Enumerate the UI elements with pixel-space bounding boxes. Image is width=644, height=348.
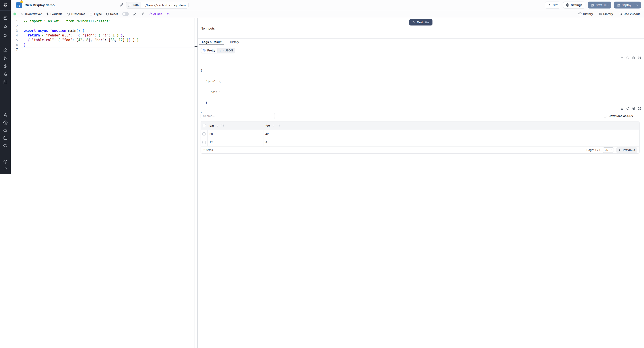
- sidebar-divider: [0, 10, 11, 10]
- path-edit-button[interactable]: Path: [126, 2, 141, 8]
- path-value: u/henri/rich_display_demo: [141, 2, 188, 8]
- column-header-bar[interactable]: bar: [210, 124, 214, 127]
- editor-toolbar: +Context Var +Variable +Resource +Type R…: [11, 10, 322, 18]
- table-header: bar foo: [201, 122, 322, 130]
- line-number: 1: [11, 19, 18, 24]
- resize-handle[interactable]: [194, 46, 198, 47]
- left-sidebar: [0, 0, 11, 174]
- sidebar-item-workers[interactable]: [3, 128, 8, 132]
- top-header: TS 👶 Rich Display demo Path u/henri/rich…: [11, 0, 322, 10]
- search-input[interactable]: [200, 113, 275, 119]
- code-line-6: }: [24, 42, 194, 47]
- json-view-button[interactable]: { } JSON: [217, 48, 235, 53]
- sidebar-item-favorites[interactable]: [3, 24, 8, 29]
- sort-icon[interactable]: [272, 124, 274, 127]
- line-number-active: 7: [11, 47, 18, 52]
- sidebar-item-expand[interactable]: [3, 166, 8, 171]
- page-title: Rich Display demo: [24, 3, 54, 7]
- pencil-icon: [128, 4, 131, 7]
- sidebar-item-folders[interactable]: [3, 136, 8, 140]
- line-number: 6: [11, 42, 18, 47]
- tab-history[interactable]: History: [228, 39, 240, 45]
- line-number: 3: [11, 28, 18, 33]
- column-header-foo[interactable]: foo: [266, 124, 270, 127]
- run-result-panel: Test ⌘↵ No inputs Logs & Result History …: [198, 18, 322, 174]
- no-inputs-label: No inputs: [200, 26, 215, 30]
- json-line: "json": {: [200, 80, 221, 83]
- sidebar-item-users[interactable]: [3, 113, 8, 117]
- package-icon: [90, 12, 92, 16]
- path-label: Path: [132, 4, 139, 7]
- edit-title-icon[interactable]: [120, 3, 123, 7]
- sidebar-item-variables[interactable]: [3, 64, 8, 68]
- users-icon: [133, 12, 137, 16]
- result-tabs: Logs & Result History: [198, 39, 322, 45]
- toggle-knob: [122, 12, 126, 16]
- sidebar-item-settings[interactable]: [3, 120, 8, 125]
- table-footer: 2 items Page: 1 / 1 25 Previous: [201, 146, 322, 154]
- cell-bar: 12: [210, 141, 213, 144]
- package-icon: [67, 12, 70, 16]
- add-context-var-button[interactable]: +Context Var: [20, 12, 42, 16]
- format-button[interactable]: [141, 12, 144, 16]
- json-line: "a": 1: [200, 90, 221, 94]
- ai-gen-button[interactable]: AI Gen: [149, 12, 162, 16]
- cell-foo: 42: [266, 132, 268, 136]
- items-count: 2 items: [204, 148, 213, 152]
- dollar-icon: [46, 12, 49, 16]
- cell-bar: 38: [210, 132, 213, 136]
- multiplayer-button[interactable]: [133, 12, 137, 16]
- json-line: }: [200, 101, 221, 105]
- table-row[interactable]: 12 8: [201, 138, 322, 146]
- pane-divider: [194, 18, 198, 174]
- add-variable-button[interactable]: +Variable: [46, 12, 62, 16]
- json-line: {: [200, 69, 221, 72]
- select-all-checkbox[interactable]: [202, 124, 206, 127]
- table-row[interactable]: 38 42: [201, 130, 322, 138]
- result-table: bar foo 38 42 12 8 2 items Page: 1 / 1: [200, 121, 322, 154]
- paintbrush-icon: [141, 12, 144, 16]
- code-line-1: // import * as wmill from "windmill-clie…: [24, 19, 194, 24]
- sidebar-item-help[interactable]: [3, 160, 8, 164]
- reset-button[interactable]: Reset: [106, 12, 118, 16]
- line-number: 4: [11, 33, 18, 38]
- sidebar-item-home[interactable]: [3, 48, 8, 52]
- sidebar-item-resources[interactable]: [3, 72, 8, 76]
- windmill-logo-icon[interactable]: [2, 2, 8, 8]
- status-dot: [14, 12, 16, 16]
- sidebar-item-search[interactable]: [3, 34, 8, 38]
- sidebar-item-apps[interactable]: [3, 16, 8, 20]
- code-line-3: export async function main() {: [24, 28, 194, 33]
- row-checkbox[interactable]: [202, 132, 206, 136]
- current-line-highlight: [20, 47, 194, 52]
- pretty-view-button[interactable]: Pretty: [201, 48, 217, 53]
- sidebar-divider: [0, 43, 11, 43]
- path-control[interactable]: Path u/henri/rich_display_demo: [126, 2, 188, 8]
- sidebar-item-schedules[interactable]: [3, 80, 8, 84]
- reset-icon: [106, 12, 109, 16]
- badge-emoji: 👶: [20, 0, 23, 3]
- sidebar-item-runs[interactable]: [3, 56, 8, 60]
- tab-logs-result[interactable]: Logs & Result: [200, 39, 223, 45]
- sparkles-button[interactable]: [166, 12, 170, 16]
- column-toggle[interactable]: [221, 124, 224, 127]
- add-resource-button[interactable]: +Resource: [67, 12, 85, 16]
- sort-icon[interactable]: [216, 124, 219, 127]
- sidebar-item-audit-logs[interactable]: [3, 143, 8, 148]
- code-editor[interactable]: 1 2 3 4 5 6 7 // import * as wmill from …: [11, 18, 194, 174]
- table-toolbar: Download as CSV: [200, 113, 322, 119]
- braces-icon: { }: [219, 49, 224, 52]
- add-type-button[interactable]: +Type: [90, 12, 102, 16]
- code-line-4: return { "render_all": [ { "json": { "a"…: [24, 33, 194, 38]
- magic-wand-icon: [149, 12, 152, 16]
- dollar-icon: [20, 12, 24, 16]
- line-number: 2: [11, 24, 18, 28]
- result-view-toggle: Pretty { } JSON: [200, 48, 235, 54]
- cell-foo: 8: [266, 141, 267, 144]
- line-number: 5: [11, 38, 18, 42]
- code-line-5: { "table-col": { "foo": [42, 8], "bar": …: [24, 38, 194, 42]
- sparkles-icon: [166, 12, 170, 16]
- diff-mode-toggle[interactable]: [122, 12, 129, 16]
- column-toggle[interactable]: [276, 124, 280, 127]
- row-checkbox[interactable]: [202, 141, 206, 144]
